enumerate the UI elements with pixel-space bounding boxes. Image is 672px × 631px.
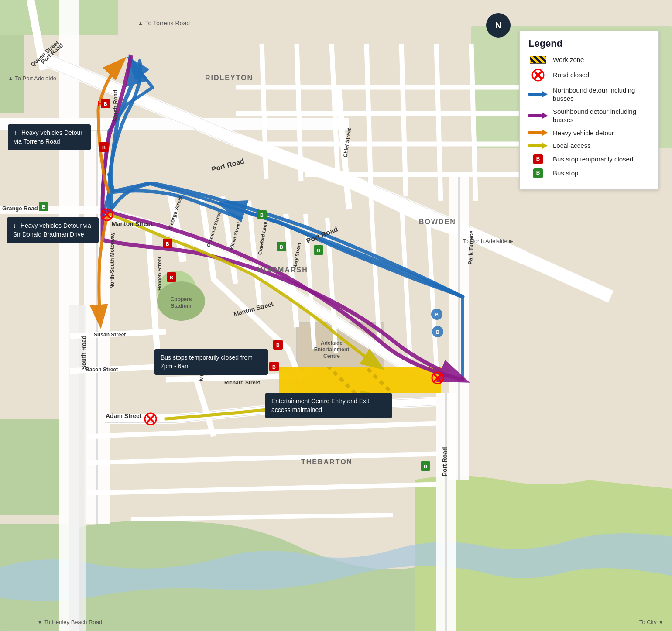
svg-text:B: B (280, 244, 283, 250)
legend-heavy-detour-label: Heavy vehicle detour (553, 129, 614, 137)
svg-text:B: B (435, 312, 438, 317)
svg-rect-23 (447, 393, 456, 631)
svg-text:Stadium: Stadium (171, 303, 191, 309)
svg-rect-75 (528, 93, 542, 96)
legend-road-closed-label: Road closed (553, 71, 589, 79)
legend-north-detour-label: Northbound detour including busses (553, 86, 650, 103)
svg-rect-29 (279, 367, 441, 393)
svg-rect-81 (528, 144, 542, 147)
svg-rect-2 (0, 26, 24, 113)
legend-north-detour: Northbound detour including busses (528, 86, 650, 103)
svg-text:B: B (166, 241, 169, 247)
info-bus-stops: Bus stops temporarily closed from 7pm - … (154, 349, 268, 375)
svg-rect-79 (528, 131, 542, 134)
svg-marker-78 (542, 112, 548, 119)
legend-title: Legend (528, 38, 650, 49)
legend-local-access: Local access (528, 141, 650, 150)
work-zone-icon (528, 56, 548, 64)
heavy-south-icon: ↓ (13, 222, 16, 229)
dir-to-henley: ▼ To Henley Beach Road (37, 619, 102, 625)
svg-rect-13 (96, 131, 98, 524)
svg-text:B: B (42, 204, 45, 209)
svg-text:B: B (436, 330, 439, 335)
svg-rect-17 (0, 206, 113, 214)
local-access-icon (528, 142, 548, 149)
info-heavy-south: ↓ Heavy vehicles Detour via Sir Donald B… (7, 217, 99, 243)
bus-stop-closed-icon: B (528, 154, 548, 164)
legend-bus-stop-closed-label: Bus stop temporarily closed (553, 155, 633, 164)
info-heavy-north: ↑ Heavy vehicles Detour via Torrens Road (8, 124, 91, 150)
svg-rect-15 (69, 305, 86, 631)
svg-rect-19 (458, 175, 460, 480)
legend-heavy-detour: Heavy vehicle detour (528, 129, 650, 137)
svg-marker-82 (542, 142, 548, 149)
south-detour-icon (528, 112, 548, 119)
info-entertainment: Entertainment Centre Entry and Exit acce… (265, 393, 392, 418)
svg-text:B: B (170, 275, 173, 280)
legend-work-zone: Work zone (528, 55, 650, 64)
legend-bus-stop: B Bus stop (528, 168, 650, 178)
legend-south-detour: Southbound detour including busses (528, 107, 650, 124)
svg-rect-3 (0, 419, 61, 515)
north-detour-icon (528, 91, 548, 98)
svg-text:Adelaide: Adelaide (321, 340, 343, 346)
road-closed-icon (528, 69, 548, 82)
bus-stop-open-icon: B (528, 168, 548, 178)
legend-bus-stop-closed: B Bus stop temporarily closed (528, 154, 650, 164)
svg-text:Coopers: Coopers (171, 296, 192, 302)
legend-bus-stop-label: Bus stop (553, 169, 578, 178)
svg-text:B: B (317, 248, 320, 253)
svg-marker-80 (542, 129, 548, 136)
svg-text:Centre: Centre (323, 353, 340, 359)
heavy-north-icon: ↑ (14, 129, 17, 136)
svg-rect-21 (436, 393, 445, 631)
legend-local-access-label: Local access (553, 141, 591, 150)
svg-text:B: B (260, 213, 264, 218)
svg-text:B: B (104, 101, 107, 106)
map-container: B B B B B B B B (0, 0, 672, 631)
legend-south-detour-label: Southbound detour including busses (553, 107, 650, 124)
legend-panel: Legend Work zone Road closed (519, 31, 659, 190)
svg-rect-22 (445, 393, 447, 631)
compass: N (486, 13, 511, 38)
dir-to-port: ▲ To Port Adelaide (8, 75, 56, 82)
svg-text:B: B (102, 145, 106, 150)
dir-to-torrens: ▲ To Torrens Road (137, 20, 190, 27)
svg-text:Entertainment: Entertainment (314, 346, 350, 353)
heavy-detour-icon (528, 129, 548, 136)
dir-to-north-adelaide: To North Adelaide ▶ (463, 238, 513, 244)
svg-rect-9 (59, 0, 69, 631)
legend-work-zone-label: Work zone (553, 55, 584, 64)
svg-text:B: B (424, 464, 427, 469)
dir-to-city: To City ▼ (639, 619, 664, 625)
svg-rect-77 (528, 114, 542, 117)
svg-text:B: B (272, 364, 276, 370)
svg-marker-76 (542, 91, 548, 98)
legend-road-closed: Road closed (528, 69, 650, 82)
svg-text:B: B (276, 343, 280, 348)
